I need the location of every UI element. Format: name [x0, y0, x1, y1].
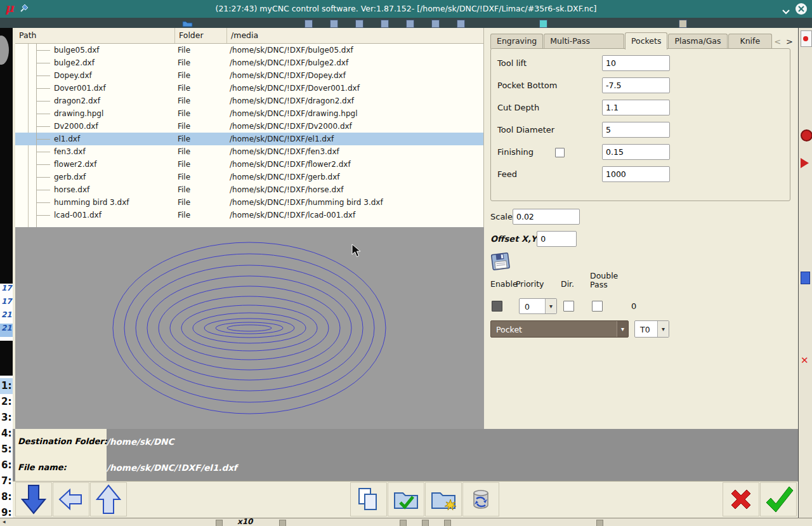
tab-engraving[interactable]: Engraving	[490, 34, 543, 49]
tab-knife[interactable]: Knife	[728, 34, 773, 49]
ok-button[interactable]	[760, 482, 797, 516]
line-number: 7:	[0, 473, 13, 489]
file-name: gerb.dxf	[54, 171, 86, 183]
tree-branch	[36, 50, 50, 51]
table-row[interactable]: fen3.dxfFile/home/sk/DNC/!DXF/fen3.dxf	[15, 145, 483, 158]
save-settings-button[interactable]	[489, 251, 512, 273]
file-type: File	[178, 158, 190, 171]
dialog-toolbar	[13, 481, 798, 518]
table-row[interactable]: horse.dxfFile/home/sk/DNC/!DXF/horse.dxf	[15, 183, 483, 196]
preview-panel	[15, 227, 484, 429]
table-row[interactable]: gerb.dxfFile/home/sk/DNC/!DXF/gerb.dxf	[15, 171, 483, 183]
tab-prev-button[interactable]: <	[773, 36, 782, 48]
tab-next-button[interactable]: >	[785, 36, 794, 48]
file-name-label: File name:	[18, 463, 67, 472]
cancel-button[interactable]	[723, 482, 759, 516]
file-path: /home/sk/DNC/!DXF/bulge05.dxf	[230, 44, 353, 56]
file-type: File	[178, 120, 190, 133]
file-type: File	[178, 183, 190, 196]
offset-y-input[interactable]	[537, 231, 577, 247]
select-folder-button[interactable]	[388, 482, 424, 516]
feed-input[interactable]	[602, 166, 670, 182]
partial-icon	[355, 20, 363, 28]
file-name: Dopey.dxf	[54, 69, 92, 82]
file-path: /home/sk/DNC/!DXF/lcad-001.dxf	[230, 209, 355, 221]
delete-button[interactable]	[462, 482, 499, 516]
title-bar: μ (21:27:43) myCNC control software. Ver…	[0, 0, 812, 18]
table-row[interactable]: bulge05.dxfFile/home/sk/DNC/!DXF/bulge05…	[15, 44, 483, 56]
folder-new-icon	[429, 487, 457, 512]
dir-checkbox[interactable]	[563, 301, 574, 312]
priority-select[interactable]: 0 ▾	[519, 298, 557, 314]
pocket-bottom-input[interactable]	[602, 77, 670, 93]
table-row[interactable]: Dopey.dxfFile/home/sk/DNC/!DXF/Dopey.dxf	[15, 69, 483, 82]
file-table: Path Folder /media bulge05.dxfFile/home/…	[15, 28, 484, 227]
table-row[interactable]: lcad-001.dxfFile/home/sk/DNC/!DXF/lcad-0…	[15, 209, 483, 221]
column-header-folder[interactable]: Folder	[175, 28, 227, 43]
scale-input[interactable]	[513, 209, 580, 225]
tool-diameter-label: Tool Diameter	[497, 125, 554, 135]
line-number: 1:	[0, 378, 13, 394]
file-name: bulge05.dxf	[54, 44, 100, 56]
table-row[interactable]: humming bird 3.dxfFile/home/sk/DNC/!DXF/…	[15, 196, 483, 209]
partial-icon	[444, 520, 451, 526]
pocket-bottom-label: Pocket Bottom	[497, 81, 557, 90]
file-name: lcad-001.dxf	[54, 209, 102, 221]
back-button[interactable]	[53, 482, 89, 516]
table-row[interactable]: Dover001.dxfFile/home/sk/DNC/!DXF/Dover0…	[15, 82, 483, 95]
minimize-chevron-icon[interactable]	[782, 6, 790, 18]
file-path: /home/sk/DNC/!DXF/flower2.dxf	[230, 158, 351, 171]
file-name: flower2.dxf	[54, 158, 96, 171]
column-header-media[interactable]: /media	[227, 28, 483, 43]
tool-lift-input[interactable]	[602, 55, 670, 71]
close-button[interactable]	[796, 3, 807, 15]
field-tool-diameter: Tool Diameter	[497, 122, 783, 138]
copy-file-button[interactable]	[350, 482, 387, 516]
tab-pockets[interactable]: Pockets	[625, 32, 668, 49]
down-arrow-icon	[21, 484, 46, 515]
tool-diameter-input[interactable]	[602, 122, 670, 138]
left-scroll-icon: ◂	[3, 518, 6, 525]
recycle-trash-icon	[467, 487, 495, 512]
folder-icon	[182, 19, 193, 27]
table-row[interactable]: Dv2000.dxfFile/home/sk/DNC/!DXF/Dv2000.d…	[15, 120, 483, 133]
partial-icon	[406, 20, 414, 28]
cut-depth-input[interactable]	[602, 100, 670, 115]
mouse-cursor-icon	[351, 244, 362, 258]
table-row[interactable]: bulge2.dxfFile/home/sk/DNC/!DXF/bulge2.d…	[15, 56, 483, 69]
table-row[interactable]: dragon2.dxfFile/home/sk/DNC/!DXF/dragon2…	[15, 95, 483, 107]
column-header-path[interactable]: Path	[15, 28, 175, 43]
table-row[interactable]: drawing.hpglFile/home/sk/DNC/!DXF/drawin…	[15, 107, 483, 120]
table-row[interactable]: el1.dxfFile/home/sk/DNC/!DXF/el1.dxf	[15, 133, 483, 145]
file-path: /home/sk/DNC/!DXF/Dv2000.dxf	[230, 120, 352, 133]
file-name: horse.dxf	[54, 183, 89, 196]
file-type: File	[178, 133, 190, 145]
up-arrow-icon	[96, 484, 121, 515]
new-folder-button[interactable]	[425, 482, 462, 516]
count-value: 17	[0, 284, 13, 297]
operation-select[interactable]: Pocket ▾	[490, 320, 629, 338]
screen: μ (21:27:43) myCNC control software. Ver…	[0, 0, 812, 526]
double-pass-checkbox[interactable]	[592, 301, 603, 312]
table-row[interactable]: flower2.dxfFile/home/sk/DNC/!DXF/flower2…	[15, 158, 483, 171]
line-number: 8:	[0, 489, 13, 505]
enable-checkbox[interactable]	[492, 301, 502, 312]
tool-value: T0	[635, 325, 650, 334]
left-counts: 17172121	[0, 284, 13, 341]
tool-select[interactable]: T0 ▾	[634, 320, 669, 338]
up-folder-button[interactable]	[90, 482, 127, 516]
tab-multi-pass-cutting[interactable]: Multi-Pass Cutting	[544, 34, 624, 49]
feed-label: Feed	[497, 169, 517, 179]
partial-icon	[596, 520, 603, 526]
priority-value: 0	[520, 302, 530, 312]
file-type: File	[178, 69, 190, 82]
tab-plasma-gas[interactable]: Plasma/Gas	[668, 34, 727, 49]
partial-icon	[539, 20, 547, 28]
move-down-button[interactable]	[15, 482, 52, 516]
count-value: 21	[0, 324, 13, 337]
partial-icon	[400, 520, 407, 526]
finishing-checkbox[interactable]	[555, 148, 565, 157]
partial-icon	[457, 20, 465, 28]
finishing-input[interactable]	[602, 144, 670, 160]
field-finishing: Finishing	[497, 144, 783, 160]
